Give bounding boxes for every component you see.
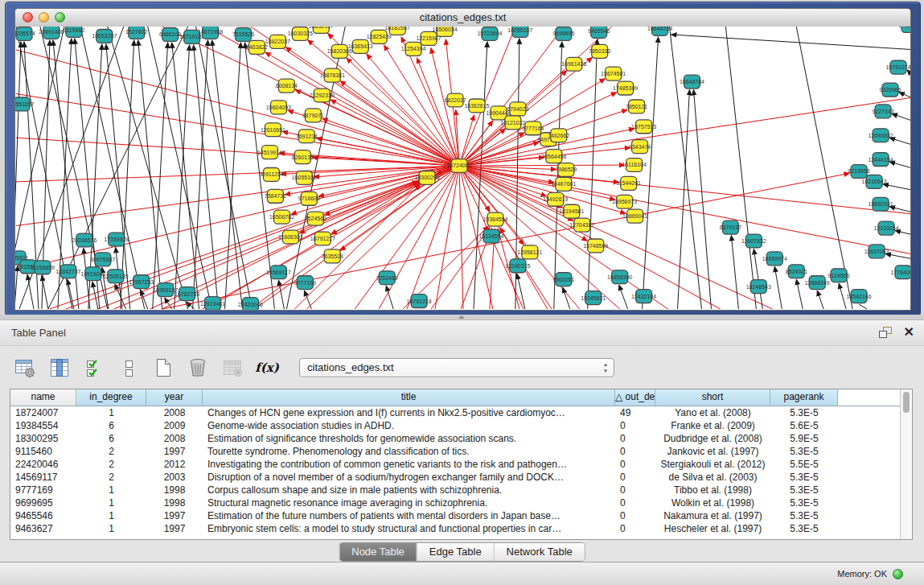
citation-edge-black[interactable] <box>563 287 570 309</box>
cell-out_degree[interactable]: 0 <box>615 484 655 496</box>
cell-year[interactable]: 2012 <box>146 458 203 471</box>
cell-in_degree[interactable]: 1 <box>76 509 146 522</box>
citation-edge-red[interactable] <box>16 166 459 182</box>
close-panel-icon[interactable]: ✕ <box>904 325 914 340</box>
table-row[interactable]: 1830029562008Estimation of significance … <box>10 432 912 445</box>
table-row[interactable]: 1938455462009Genome-wide association stu… <box>10 419 912 432</box>
cell-short[interactable]: Hescheler et al. (1997) <box>655 522 770 535</box>
cell-out_degree[interactable]: 0 <box>615 445 655 458</box>
table-settings-icon[interactable] <box>13 356 37 380</box>
table-row[interactable]: 1872400712008Changes of HCN gene express… <box>10 406 912 419</box>
table-selector[interactable]: citations_edges.txt ▲▼ <box>299 358 614 377</box>
cell-year[interactable]: 1998 <box>146 496 203 509</box>
citation-edge-black[interactable] <box>108 27 188 309</box>
citation-edge-red[interactable] <box>265 52 459 166</box>
citation-edge-black[interactable] <box>859 304 867 309</box>
cell-in_degree[interactable]: 1 <box>76 484 146 496</box>
cell-title[interactable]: Tourette syndrome. Phenomenology and cla… <box>203 445 615 458</box>
citation-edge-red[interactable] <box>459 166 463 309</box>
cell-name[interactable]: 19384554 <box>10 419 76 432</box>
cell-title[interactable]: Embryonic stem cells: a model to study s… <box>203 522 615 535</box>
citation-edge-black[interactable] <box>731 236 738 309</box>
cell-title[interactable]: Changes of HCN gene expression and I(f) … <box>203 406 615 419</box>
cell-title[interactable]: Structural magnetic resonance image aver… <box>203 496 615 509</box>
cell-out_degree[interactable]: 0 <box>615 471 655 484</box>
citation-edge-red[interactable] <box>16 50 459 166</box>
citation-edge-black[interactable] <box>895 231 910 236</box>
cell-year[interactable]: 2009 <box>146 419 203 432</box>
cell-out_degree[interactable]: 0 <box>615 509 655 522</box>
table-row[interactable]: 1456911722003Disruption of a novel membe… <box>10 471 912 484</box>
citation-edge-red[interactable] <box>347 58 459 166</box>
cell-short[interactable]: Stergiakouli et al. (2012) <box>655 458 770 471</box>
citation-edge-black[interactable] <box>885 253 910 259</box>
citation-edge-black[interactable] <box>619 285 628 309</box>
citation-edge-black[interactable] <box>839 283 846 309</box>
cell-pagerank[interactable]: 5.3E-5 <box>770 484 838 496</box>
citation-edge-red[interactable] <box>355 166 459 309</box>
citation-edge-black[interactable] <box>121 40 134 309</box>
citation-edge-red[interactable] <box>16 166 459 226</box>
citation-edge-black[interactable] <box>796 27 852 309</box>
cell-short[interactable]: Wolkin et al. (1998) <box>655 496 770 509</box>
citation-edge-black[interactable] <box>148 27 212 309</box>
select-all-icon[interactable] <box>82 356 106 380</box>
citation-edge-red[interactable] <box>285 47 459 166</box>
citation-edge-red[interactable] <box>16 94 459 166</box>
citation-edge-black[interactable] <box>671 35 910 50</box>
citation-edge-red[interactable] <box>16 166 459 270</box>
citation-edge-red[interactable] <box>16 138 459 166</box>
cell-name[interactable]: 22420046 <box>10 458 76 471</box>
cell-pagerank[interactable]: 5.5E-5 <box>770 458 838 471</box>
cell-name[interactable]: 9699695 <box>10 496 76 509</box>
cell-short[interactable]: Tibbo et al. (1998) <box>655 484 770 496</box>
citation-edge-black[interactable] <box>15 266 18 309</box>
table-row[interactable]: 946362711997Embryonic stem cells: a mode… <box>10 522 912 535</box>
citation-edge-red[interactable] <box>459 165 625 166</box>
cell-short[interactable]: de Silva et al. (2003) <box>655 471 770 484</box>
cell-name[interactable]: 9777169 <box>10 484 76 496</box>
column-header-in_degree[interactable]: in_degree <box>76 389 146 406</box>
cell-out_degree[interactable]: 0 <box>615 522 655 535</box>
tab-network-table[interactable]: Network Table <box>494 543 585 561</box>
cell-name[interactable]: 18300295 <box>10 432 76 445</box>
citation-edge-black[interactable] <box>889 138 910 146</box>
cell-title[interactable]: Genome-wide association studies in ADHD. <box>203 419 615 432</box>
table-row[interactable]: 911546021997Tourette syndrome. Phenomeno… <box>10 445 912 458</box>
cell-short[interactable]: Franke et al. (2009) <box>655 419 770 432</box>
citation-edge-black[interactable] <box>27 274 34 309</box>
column-header-year[interactable]: year <box>146 389 203 406</box>
citation-edge-black[interactable] <box>774 266 782 309</box>
cell-in_degree[interactable]: 6 <box>76 432 146 445</box>
citation-edge-red[interactable] <box>308 40 459 166</box>
cell-year[interactable]: 1997 <box>146 445 203 458</box>
cell-short[interactable]: Yano et al. (2008) <box>655 406 770 419</box>
citation-edge-red[interactable] <box>331 100 459 166</box>
tab-node-table[interactable]: Node Table <box>339 543 417 561</box>
cell-name[interactable]: 9465546 <box>10 509 76 522</box>
cell-pagerank[interactable]: 5.3E-5 <box>770 445 838 458</box>
cell-in_degree[interactable]: 1 <box>76 522 146 535</box>
citation-edge-black[interactable] <box>889 162 910 169</box>
citation-edge-black[interactable] <box>693 90 711 309</box>
column-header-short[interactable]: short <box>655 389 770 406</box>
cell-in_degree[interactable]: 2 <box>76 445 146 458</box>
cell-short[interactable]: Dudbridge et al. (2008) <box>655 432 770 445</box>
table-row[interactable]: 977716911998Corpus callosum shape and si… <box>10 484 912 496</box>
citation-edge-black[interactable] <box>725 27 756 309</box>
memory-status-icon[interactable] <box>893 569 903 579</box>
citation-edge-black[interactable] <box>68 279 74 309</box>
citation-network-graph[interactable]: 7463822188220371603032518852197158203061… <box>15 27 910 310</box>
cell-name[interactable]: 9115460 <box>10 445 76 458</box>
cell-title[interactable]: Corpus callosum shape and size in male p… <box>203 484 615 496</box>
cell-year[interactable]: 2008 <box>146 432 203 445</box>
cell-pagerank[interactable]: 5.9E-5 <box>770 432 838 445</box>
cell-name[interactable]: 14569117 <box>10 471 76 484</box>
citation-edge-black[interactable] <box>678 90 690 309</box>
column-header-pagerank[interactable]: pagerank <box>770 389 838 406</box>
column-header-out_degree[interactable]: △ out_de… <box>615 389 655 406</box>
cell-pagerank[interactable]: 5.3E-5 <box>770 509 838 522</box>
network-canvas[interactable]: 7463822188220371603032518852197158203061… <box>15 27 910 310</box>
deselect-all-icon[interactable] <box>117 356 141 380</box>
cell-in_degree[interactable]: 2 <box>76 458 146 471</box>
